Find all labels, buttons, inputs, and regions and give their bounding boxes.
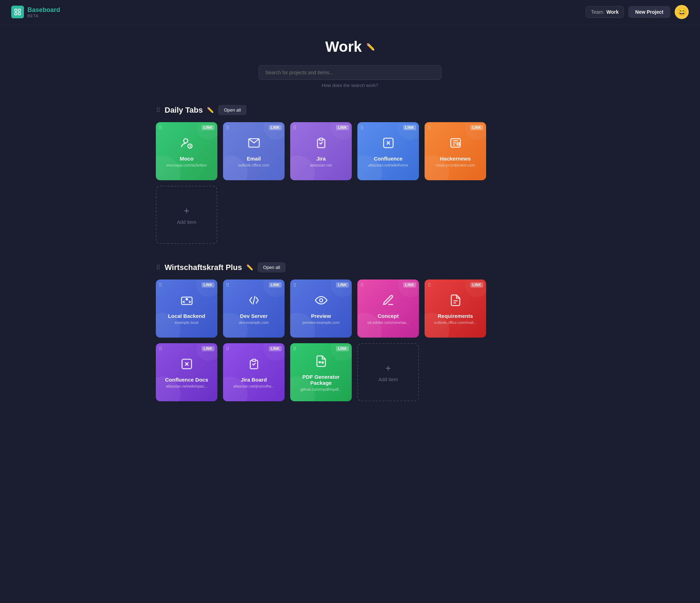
section-header-wirtschaftskraft: ⠿ Wirtschaftskraft Plus ✏️ Open all (156, 262, 544, 272)
sections-container: ⠿ Daily Tabs ✏️ Open all ⠿ LINK Moco moc… (156, 105, 544, 401)
beta-label: BETA (27, 14, 60, 18)
card-icon-code-slash (248, 294, 260, 309)
card-icon-x-cross (382, 137, 395, 152)
card-badge: LINK (336, 282, 349, 288)
search-input[interactable] (259, 65, 441, 80)
header-right: Team: Work New Project 😄 (586, 5, 689, 19)
card-icon-eye (315, 294, 327, 309)
page-title-edit-icon[interactable]: ✏️ (366, 43, 375, 51)
card-requirements[interactable]: ⠿ LINK Requirements outlook.office.com/m… (425, 279, 486, 338)
card-badge: LINK (269, 282, 282, 288)
svg-point-4 (184, 139, 188, 143)
card-email[interactable]: ⠿ LINK Email outlook.office.com (223, 122, 285, 180)
section-title: Daily Tabs (165, 106, 203, 115)
svg-rect-7 (319, 138, 323, 140)
card-icon-document (449, 294, 462, 309)
card-url: preview.example.com (303, 320, 340, 325)
card-pdf-generator[interactable]: ⠿ LINK PDF Generator Package github.com/… (290, 343, 352, 401)
svg-rect-17 (252, 359, 255, 362)
card-url: outlook.office.com/mail... (434, 320, 477, 325)
logo-text: Baseboard BETA (27, 6, 60, 18)
card-title: Email (247, 156, 261, 162)
card-title: Preview (311, 313, 331, 319)
team-name: Work (606, 9, 619, 15)
card-drag-handle: ⠿ (293, 282, 297, 288)
card-title: Confluence Docs (165, 377, 208, 383)
card-title: Local Backend (168, 313, 205, 319)
card-title: Jira Board (241, 377, 267, 383)
team-label: Team: (591, 9, 604, 15)
card-drag-handle: ⠿ (159, 125, 162, 131)
card-drag-handle: ⠿ (226, 125, 229, 131)
card-badge: LINK (403, 282, 416, 288)
card-drag-handle: ⠿ (159, 282, 162, 288)
logo-area: Baseboard BETA (11, 6, 60, 18)
card-title: Concept (378, 313, 399, 319)
card-confluence[interactable]: ⠿ LINK Confluence atlassian.net/wiki/hom… (357, 122, 419, 180)
add-item-card-daily-tabs[interactable]: + Add item (156, 186, 217, 244)
card-icon-mail (248, 137, 260, 152)
search-help-text[interactable]: How does the search work? (322, 83, 378, 88)
card-badge: LINK (202, 125, 215, 130)
card-url: outlook.office.com (238, 163, 269, 167)
section-daily-tabs: ⠿ Daily Tabs ✏️ Open all ⠿ LINK Moco moc… (156, 105, 544, 244)
card-confluence-docs[interactable]: ⠿ LINK Confluence Docs atlassian.net/wik… (156, 343, 217, 401)
open-all-button[interactable]: Open all (218, 105, 246, 115)
card-drag-handle: ⠿ (226, 346, 229, 352)
card-badge: LINK (470, 125, 483, 130)
card-drag-handle: ⠿ (293, 346, 297, 352)
card-concept[interactable]: ⠿ LINK Concept xd.adobe.com/view/aa... (357, 279, 419, 338)
card-title: PDF Generator Package (294, 374, 348, 386)
add-item-plus-icon: + (385, 363, 391, 374)
card-jira-board[interactable]: ⠿ LINK Jira Board atlassian.net/jira/sof… (223, 343, 285, 401)
add-item-card-wirtschaftskraft[interactable]: + Add item (357, 343, 419, 401)
card-badge: LINK (202, 282, 215, 288)
card-badge: LINK (269, 125, 282, 130)
cards-grid-wirtschaftskraft: ⠿ LINK Local Backend example.local ⠿ LIN… (156, 279, 544, 401)
search-area: How does the search work? (156, 65, 544, 88)
card-url: xd.adobe.com/view/aa... (367, 320, 409, 325)
card-icon-pdf-doc (315, 355, 327, 370)
page-title-area: Work ✏️ (156, 38, 544, 55)
avatar[interactable]: 😄 (675, 5, 689, 19)
svg-rect-3 (18, 13, 20, 15)
cards-grid-daily-tabs: ⠿ LINK Moco mocoapp.com/activities ⠿ LIN… (156, 122, 544, 244)
section-edit-icon[interactable]: ✏️ (246, 264, 253, 271)
card-preview[interactable]: ⠿ LINK Preview preview.example.com (290, 279, 352, 338)
card-title: Dev Server (240, 313, 267, 319)
card-icon-x-cross (180, 358, 193, 373)
svg-rect-10 (457, 143, 459, 145)
open-all-button[interactable]: Open all (257, 262, 286, 272)
section-title: Wirtschaftskraft Plus (165, 263, 242, 272)
main-content: Work ✏️ How does the search work? ⠿ Dail… (139, 24, 561, 434)
card-jira[interactable]: ⠿ LINK Jira atlassian.net (290, 122, 352, 180)
card-drag-handle: ⠿ (293, 125, 297, 131)
drag-handle[interactable]: ⠿ (156, 264, 160, 271)
card-moco[interactable]: ⠿ LINK Moco mocoapp.com/activities (156, 122, 217, 180)
card-title: Jira (316, 156, 326, 162)
new-project-button[interactable]: New Project (628, 6, 670, 18)
card-dev-server[interactable]: ⠿ LINK Dev Server dev.example.com (223, 279, 285, 338)
card-url: example.local (175, 320, 198, 325)
card-url: atlassian.net/jira/softw... (233, 384, 274, 388)
card-hackernews[interactable]: ⠿ LINK Hackernews news.ycombinator.com (425, 122, 486, 180)
card-badge: LINK (403, 125, 416, 130)
card-title: Confluence (374, 156, 403, 162)
card-url: github.com/mpdf/mpdf... (300, 387, 342, 391)
card-icon-newspaper (449, 137, 462, 152)
svg-point-12 (186, 299, 187, 300)
card-drag-handle: ⠿ (360, 125, 364, 131)
add-item-label: Add item (378, 377, 398, 382)
header: Baseboard BETA Team: Work New Project 😄 (0, 0, 700, 24)
section-wirtschaftskraft: ⠿ Wirtschaftskraft Plus ✏️ Open all ⠿ LI… (156, 262, 544, 401)
card-badge: LINK (269, 346, 282, 351)
section-edit-icon[interactable]: ✏️ (207, 107, 214, 113)
svg-rect-2 (15, 13, 17, 15)
card-title: Requirements (438, 313, 473, 319)
card-local-backend[interactable]: ⠿ LINK Local Backend example.local (156, 279, 217, 338)
drag-handle[interactable]: ⠿ (156, 106, 160, 114)
team-selector[interactable]: Team: Work (586, 6, 624, 18)
card-title: Hackernews (440, 156, 471, 162)
logo-icon (11, 6, 24, 18)
add-item-plus-icon: + (184, 205, 189, 216)
